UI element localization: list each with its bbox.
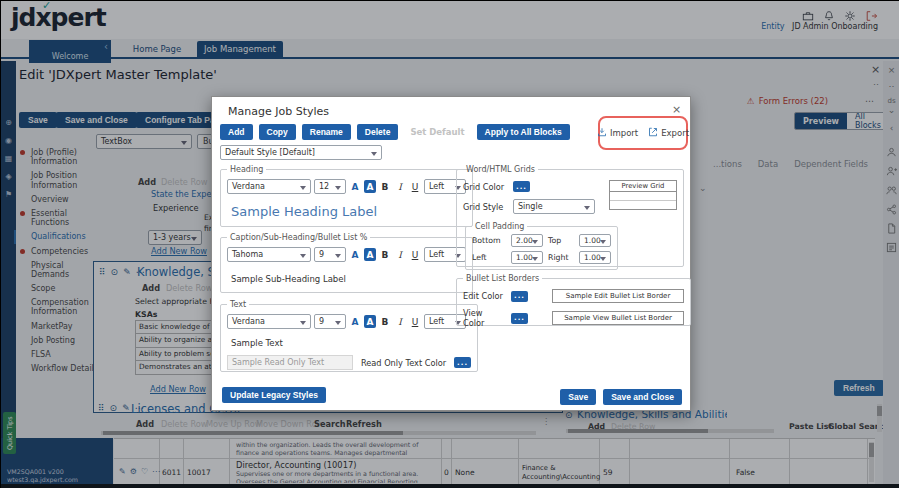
grids-legend: Word/HTML Grids [463,165,538,174]
italic-button[interactable]: I [394,315,406,328]
bullet-list-borders-section: Bullet List Borders Edit Color ... Sampl… [456,274,691,326]
padding-right-label: Right [548,253,574,262]
heading-sample: Sample Heading Label [231,204,466,219]
font-color-button[interactable]: A [349,180,361,193]
rename-style-button[interactable]: Rename [302,124,351,140]
font-color-button[interactable]: A [349,248,361,261]
highlight-color-button[interactable]: A [364,180,376,193]
italic-button[interactable]: I [394,248,406,261]
set-default-button-disabled: Set Default [404,127,470,137]
bold-button[interactable]: B [379,315,391,328]
heading-legend: Heading [227,165,266,174]
heading-font-select[interactable]: Verdana [227,179,311,194]
caption-sample: Sample Sub-Heading Label [231,274,466,284]
text-sample: Sample Text [231,338,471,348]
cell-padding-legend: Cell Padding [472,222,527,231]
font-color-button[interactable]: A [349,315,361,328]
delete-style-button[interactable]: Delete [357,124,399,140]
dialog-title: Manage Job Styles [228,105,329,118]
padding-left-label: Left [472,253,506,262]
padding-right-select[interactable]: 1.00 [579,251,611,264]
bullet-borders-legend: Bullet List Borders [463,274,542,283]
dialog-save-button[interactable]: Save [560,389,596,405]
grid-style-label: Grid Style [463,202,505,212]
export-button[interactable]: Export [648,127,689,139]
text-size-select[interactable]: 9 [314,314,346,329]
highlight-color-button[interactable]: A [364,248,376,261]
caption-font-select[interactable]: Tahoma [227,247,311,262]
text-legend: Text [227,300,249,309]
heading-section: Heading Verdana 12 A A B I U Left Sample… [220,165,473,227]
app-window: jdxpert ✓ Entity JD Admin Onboarding Wel… [0,0,899,488]
text-section: Text Verdana 9 A A B I U Left Sample Tex… [220,300,478,372]
dialog-close-icon[interactable]: × [672,103,681,116]
apply-to-all-blocks-button[interactable]: Apply to All Blocks [477,124,570,140]
caption-section: Caption/Sub-Heading/Bullet List % Tahoma… [220,233,473,293]
import-button[interactable]: Import [597,127,638,139]
readonly-sample-field: Sample Read Only Text [227,355,353,370]
underline-button[interactable]: U [409,180,421,193]
import-export-highlight: Import Export [598,116,688,150]
word-html-grids-section: Word/HTML Grids Grid Color ... Grid Styl… [456,165,684,267]
italic-button[interactable]: I [394,180,406,193]
view-border-sample: Sample View Bullet List Border [552,311,684,325]
underline-button[interactable]: U [409,315,421,328]
padding-top-select[interactable]: 1.00 [579,234,611,247]
padding-top-label: Top [548,236,574,245]
padding-left-select[interactable]: 1.00 [511,251,543,264]
preview-grid: Preview Grid [609,180,677,210]
edit-color-picker-button[interactable]: ... [511,291,528,302]
grid-color-label: Grid Color [463,182,505,192]
caption-legend: Caption/Sub-Heading/Bullet List % [227,233,370,242]
copy-style-button[interactable]: Copy [259,124,296,140]
style-select[interactable]: Default Style [Default] [220,145,382,160]
readonly-color-label: Read Only Text Color [361,358,446,368]
manage-job-styles-dialog: Manage Job Styles × Add Copy Rename Dele… [211,96,691,411]
dialog-save-and-close-button[interactable]: Save and Close [603,389,682,405]
bold-button[interactable]: B [379,180,391,193]
grid-style-select[interactable]: Single [513,199,595,214]
import-icon [597,127,607,139]
heading-size-select[interactable]: 12 [314,179,346,194]
readonly-color-picker-button[interactable]: ... [454,357,471,368]
preview-grid-header: Preview Grid [610,181,676,192]
padding-bottom-select[interactable]: 2.00 [511,234,543,247]
view-color-label: View Color [463,308,503,328]
cell-padding-section: Cell Padding Bottom 2.00 Top 1.00 Left 1… [465,222,618,270]
text-font-select[interactable]: Verdana [227,314,311,329]
bold-button[interactable]: B [379,248,391,261]
view-color-picker-button[interactable]: ... [511,313,528,324]
underline-button[interactable]: U [409,248,421,261]
export-icon [648,127,658,139]
edit-border-sample: Sample Edit Bullet List Border [552,289,684,303]
highlight-color-button[interactable]: A [364,315,376,328]
update-legacy-styles-button[interactable]: Update Legacy Styles [222,387,326,403]
padding-bottom-label: Bottom [472,236,506,245]
caption-size-select[interactable]: 9 [314,247,346,262]
grid-color-picker-button[interactable]: ... [513,181,530,192]
add-style-button[interactable]: Add [220,124,253,140]
edit-color-label: Edit Color [463,291,503,301]
